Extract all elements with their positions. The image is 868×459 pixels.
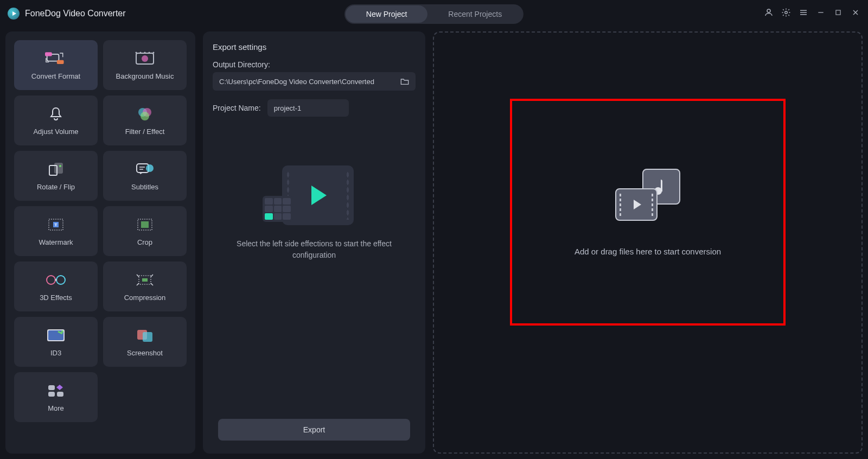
more-icon — [45, 382, 67, 399]
tool-label: Convert Format — [31, 72, 80, 80]
svg-point-18 — [142, 55, 148, 62]
account-icon[interactable] — [764, 8, 774, 17]
project-tabs: New Project Recent Projects — [344, 4, 524, 24]
tool-screenshot[interactable]: Screenshot — [103, 317, 187, 367]
project-name-input[interactable]: project-1 — [267, 99, 349, 117]
tool-label: Subtitles — [131, 183, 158, 191]
svg-rect-6 — [836, 10, 840, 15]
svg-text:T: T — [55, 222, 58, 227]
app-logo-icon — [8, 8, 20, 20]
convert-format-icon — [45, 50, 67, 67]
svg-rect-23 — [55, 163, 62, 173]
tool-id3[interactable]: ID3 — [14, 317, 98, 367]
svg-point-35 — [56, 276, 65, 284]
svg-point-26 — [146, 164, 154, 172]
svg-point-24 — [59, 165, 61, 167]
svg-point-13 — [136, 52, 137, 53]
compression-icon — [134, 272, 156, 288]
svg-rect-46 — [57, 392, 63, 397]
tool-crop[interactable]: Crop — [103, 206, 187, 256]
tool-label: Filter / Effect — [125, 127, 165, 136]
logo-area: FoneDog Video Converter — [8, 8, 126, 20]
app-title: FoneDog Video Converter — [25, 9, 126, 18]
tool-label: Screenshot — [127, 349, 163, 357]
effect-graphic — [263, 165, 366, 225]
svg-rect-40 — [48, 330, 63, 340]
subtitles-icon — [134, 161, 156, 177]
export-heading: Export settings — [213, 42, 416, 52]
tab-recent-projects[interactable]: Recent Projects — [427, 5, 522, 23]
svg-rect-43 — [143, 332, 152, 342]
media-files-icon — [615, 169, 680, 221]
tool-watermark[interactable]: T Watermark — [14, 206, 98, 256]
tool-subtitles[interactable]: Subtitles — [103, 151, 187, 201]
window-controls — [764, 8, 860, 17]
project-name-label: Project Name: — [213, 104, 261, 112]
svg-point-14 — [140, 52, 142, 53]
svg-point-21 — [141, 112, 149, 120]
tool-compression[interactable]: Compression — [103, 262, 187, 311]
id3-icon — [45, 327, 67, 343]
output-directory-input[interactable]: C:\Users\pc\FoneDog Video Converter\Conv… — [213, 72, 416, 91]
svg-point-1 — [785, 11, 788, 14]
center-illustration: Select the left side effections to start… — [213, 138, 416, 419]
svg-point-15 — [144, 52, 146, 53]
center-hint: Select the left side effections to start… — [213, 238, 416, 261]
tool-label: ID3 — [50, 349, 61, 357]
tool-label: Compression — [124, 294, 166, 302]
output-directory-value: C:\Users\pc\FoneDog Video Converter\Conv… — [219, 78, 374, 86]
svg-rect-10 — [45, 52, 52, 56]
crop-icon — [134, 216, 156, 233]
tool-rotate-flip[interactable]: Rotate / Flip — [14, 151, 98, 201]
svg-point-0 — [767, 9, 770, 12]
watermark-icon: T — [45, 216, 67, 233]
tool-label: Watermark — [39, 238, 73, 246]
export-panel: Export settings Output Directory: C:\Use… — [203, 31, 425, 454]
screenshot-icon — [134, 327, 156, 343]
drop-panel[interactable]: Add or drag files here to start conversi… — [433, 31, 863, 454]
svg-rect-11 — [57, 60, 64, 63]
tool-background-music[interactable]: Background Music — [103, 40, 187, 90]
project-name-value: project-1 — [274, 104, 302, 112]
tool-label: Background Music — [116, 72, 174, 80]
tool-label: Adjust Volume — [33, 127, 78, 136]
filter-effect-icon — [134, 106, 156, 122]
background-music-icon — [134, 50, 156, 67]
output-directory-label: Output Directory: — [213, 60, 416, 69]
svg-point-34 — [47, 276, 55, 284]
tool-label: Rotate / Flip — [37, 183, 75, 191]
svg-rect-38 — [142, 278, 148, 282]
minimize-icon[interactable] — [816, 8, 826, 17]
tools-panel: Convert Format Background Music Adjust V… — [5, 31, 195, 454]
tool-filter-effect[interactable]: Filter / Effect — [103, 95, 187, 145]
tool-label: Crop — [137, 238, 152, 246]
3d-effects-icon — [45, 272, 67, 288]
svg-rect-44 — [48, 385, 55, 390]
tool-label: 3D Effects — [40, 294, 72, 302]
svg-point-41 — [61, 330, 63, 333]
titlebar: FoneDog Video Converter New Project Rece… — [0, 0, 868, 27]
svg-rect-33 — [141, 221, 149, 228]
export-button[interactable]: Export — [218, 419, 410, 441]
svg-point-16 — [149, 52, 150, 53]
adjust-volume-icon — [45, 106, 67, 122]
settings-icon[interactable] — [781, 8, 791, 17]
browse-folder-icon[interactable] — [400, 78, 409, 85]
svg-rect-45 — [48, 392, 55, 397]
tool-more[interactable]: More — [14, 372, 98, 422]
dropzone-text: Add or drag files here to start conversi… — [575, 247, 721, 256]
tool-adjust-volume[interactable]: Adjust Volume — [14, 95, 98, 145]
rotate-flip-icon — [45, 161, 67, 177]
close-icon[interactable] — [851, 8, 860, 17]
tool-3d-effects[interactable]: 3D Effects — [14, 262, 98, 311]
menu-icon[interactable] — [799, 8, 808, 17]
tool-label: More — [48, 404, 64, 412]
svg-point-17 — [153, 52, 155, 53]
highlighted-dropzone[interactable]: Add or drag files here to start conversi… — [510, 99, 786, 326]
tab-new-project[interactable]: New Project — [346, 5, 427, 23]
maximize-icon[interactable] — [833, 8, 843, 17]
tool-convert-format[interactable]: Convert Format — [14, 40, 98, 90]
